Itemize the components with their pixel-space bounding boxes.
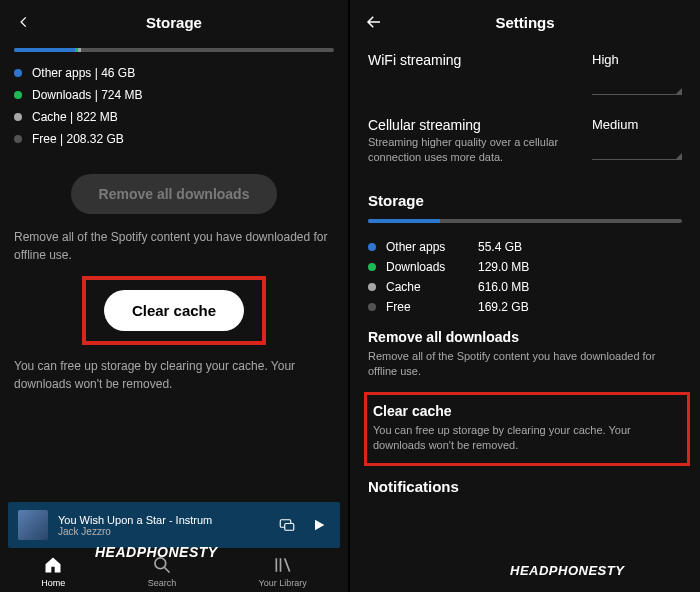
setting-sub: Streaming higher quality over a cellular… — [368, 135, 580, 166]
clear-cache-desc: You can free up storage by clearing your… — [0, 351, 348, 399]
play-icon[interactable] — [308, 514, 330, 536]
dot-icon — [14, 135, 22, 143]
setting-label: Cellular streaming — [368, 117, 580, 133]
nav-label: Your Library — [259, 578, 307, 588]
cellular-streaming-row[interactable]: Cellular streaming Streaming higher qual… — [350, 109, 700, 180]
cast-icon[interactable] — [276, 514, 298, 536]
clear-cache-row[interactable]: Clear cache You can free up storage by c… — [373, 403, 681, 454]
back-button[interactable] — [14, 12, 34, 32]
dot-icon — [14, 69, 22, 77]
storage-value: 169.2 GB — [478, 300, 529, 314]
remove-downloads-button[interactable]: Remove all downloads — [71, 174, 278, 214]
storage-bar — [350, 219, 700, 223]
dot-icon — [368, 263, 376, 271]
setting-label: WiFi streaming — [368, 52, 580, 68]
storage-downloads: Downloads 129.0 MB — [350, 257, 700, 277]
legend-cache: Cache | 822 MB — [14, 110, 334, 124]
storage-label-text: Downloads — [386, 260, 445, 274]
page-title: Storage — [0, 14, 348, 31]
setting-value: Medium — [592, 117, 638, 132]
remove-downloads-desc: Remove all of the Spotify content you ha… — [0, 222, 348, 270]
storage-label-text: Free — [386, 300, 411, 314]
clear-cache-button[interactable]: Clear cache — [104, 290, 244, 331]
remove-downloads-row[interactable]: Remove all downloads Remove all of the S… — [350, 317, 700, 388]
storage-label-text: Other apps — [386, 240, 445, 254]
dropdown-icon — [592, 150, 682, 160]
now-playing-bar[interactable]: You Wish Upon a Star - Instrum Jack Jezz… — [8, 502, 340, 548]
home-icon — [42, 554, 64, 576]
back-button[interactable] — [364, 12, 384, 32]
storage-free: Free 169.2 GB — [350, 297, 700, 317]
watermark: HEADPHONESTY — [95, 544, 218, 560]
storage-value: 616.0 MB — [478, 280, 529, 294]
legend-label: Downloads | 724 MB — [32, 88, 143, 102]
legend-other-apps: Other apps | 46 GB — [14, 66, 334, 80]
legend-label: Cache | 822 MB — [32, 110, 118, 124]
storage-other-apps: Other apps 55.4 GB — [350, 237, 700, 257]
setting-value: High — [592, 52, 619, 67]
legend-free: Free | 208.32 GB — [14, 132, 334, 146]
nav-library[interactable]: Your Library — [259, 554, 307, 588]
dot-icon — [368, 243, 376, 251]
page-title: Settings — [350, 14, 700, 31]
now-playing-title: You Wish Upon a Star - Instrum — [58, 514, 266, 526]
legend-downloads: Downloads | 724 MB — [14, 88, 334, 102]
dot-icon — [14, 113, 22, 121]
legend-label: Free | 208.32 GB — [32, 132, 124, 146]
storage-value: 129.0 MB — [478, 260, 529, 274]
library-icon — [272, 554, 294, 576]
dropdown-icon — [592, 85, 682, 95]
row-label: Clear cache — [373, 403, 681, 419]
row-label: Remove all downloads — [368, 329, 682, 345]
row-sub: Remove all of the Spotify content you ha… — [368, 349, 682, 380]
clear-cache-highlight: Clear cache You can free up storage by c… — [364, 392, 690, 467]
nav-home[interactable]: Home — [41, 554, 65, 588]
svg-rect-1 — [285, 524, 294, 531]
watermark: HEADPHONESTY — [510, 563, 624, 578]
now-playing-artist: Jack Jezzro — [58, 526, 266, 537]
nav-label: Home — [41, 578, 65, 588]
storage-value: 55.4 GB — [478, 240, 522, 254]
storage-label-text: Cache — [386, 280, 421, 294]
nav-label: Search — [148, 578, 177, 588]
notifications-section-title: Notifications — [350, 472, 700, 505]
legend-label: Other apps | 46 GB — [32, 66, 135, 80]
clear-cache-highlight: Clear cache — [82, 276, 266, 345]
album-art — [18, 510, 48, 540]
row-sub: You can free up storage by clearing your… — [373, 423, 681, 454]
dot-icon — [368, 283, 376, 291]
wifi-streaming-row[interactable]: WiFi streaming High — [350, 44, 700, 109]
storage-section-title: Storage — [350, 180, 700, 219]
dot-icon — [14, 91, 22, 99]
dot-icon — [368, 303, 376, 311]
storage-cache: Cache 616.0 MB — [350, 277, 700, 297]
